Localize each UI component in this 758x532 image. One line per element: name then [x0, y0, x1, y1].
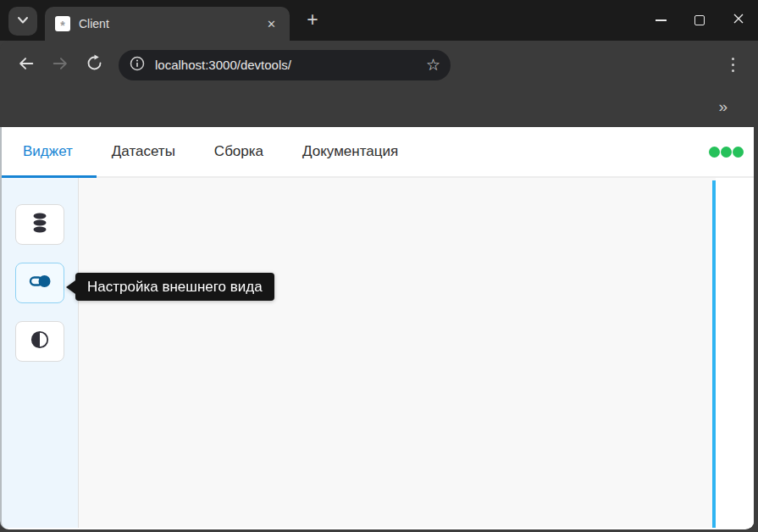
minimize-button[interactable]: [641, 0, 680, 41]
app-content: [2, 178, 754, 528]
appearance-tool-button[interactable]: [15, 263, 64, 303]
menu-dot-icon: [732, 58, 735, 61]
tab-search-button[interactable]: [8, 7, 37, 36]
right-panel-strip: [716, 178, 754, 528]
status-dot: [733, 147, 744, 158]
maximize-icon: [694, 15, 705, 25]
status-indicator: [709, 147, 744, 158]
tool-sidebar: [2, 178, 79, 528]
reload-icon: [86, 54, 103, 75]
maximize-button[interactable]: [680, 0, 719, 41]
window-controls: [641, 0, 758, 41]
info-icon[interactable]: [129, 55, 146, 75]
address-bar[interactable]: localhost:3000/devtools/ ☆: [119, 50, 451, 80]
contrast-icon: [30, 330, 50, 353]
app-nav-tabs: Виджет Датасеты Сборка Документация: [2, 127, 754, 178]
browser-menu-button[interactable]: [727, 53, 740, 78]
tab-build[interactable]: Сборка: [195, 127, 283, 176]
database-icon: [30, 212, 50, 237]
browser-tab-client[interactable]: * Client ✕: [45, 7, 290, 41]
contrast-tool-button[interactable]: [15, 321, 64, 362]
desktop-background: { "browser": { "tab_title": "Client", "f…: [0, 0, 758, 532]
browser-toolbar: localhost:3000/devtools/ ☆: [0, 41, 758, 89]
browser-tab-strip: * Client ✕ +: [0, 0, 758, 41]
forward-button[interactable]: [46, 51, 75, 80]
web-app-page: Виджет Датасеты Сборка Документация: [0, 127, 754, 529]
back-button[interactable]: [12, 51, 41, 80]
menu-dot-icon: [732, 64, 735, 67]
tab-documentation[interactable]: Документация: [283, 127, 418, 176]
bookmark-star-icon[interactable]: ☆: [426, 57, 440, 73]
tooltip: Настройка внешнего вида: [66, 273, 274, 301]
arrow-right-icon: [51, 54, 69, 76]
browser-tab-title: Client: [79, 17, 263, 30]
favicon-asterisk-icon: *: [55, 16, 70, 31]
new-tab-button[interactable]: +: [301, 8, 324, 31]
minimize-icon: [656, 19, 667, 21]
reload-button[interactable]: [80, 51, 108, 80]
close-icon: [733, 13, 744, 28]
datasets-tool-button[interactable]: [15, 204, 64, 245]
toggle-icon: [29, 274, 52, 292]
overflow-chevron-icon[interactable]: »: [718, 97, 728, 116]
tab-datasets[interactable]: Датасеты: [92, 127, 195, 176]
arrow-left-icon: [17, 54, 36, 76]
tooltip-arrow: [66, 280, 75, 294]
tooltip-text: Настройка внешнего вида: [75, 273, 274, 301]
status-dot: [721, 147, 732, 158]
close-button[interactable]: [719, 0, 758, 41]
tab-widget[interactable]: Виджет: [2, 127, 92, 176]
bookmarks-bar: »: [0, 89, 758, 127]
widget-canvas: [79, 178, 754, 528]
chevron-down-icon: [17, 14, 29, 29]
menu-dot-icon: [732, 69, 735, 73]
url-text[interactable]: localhost:3000/devtools/: [155, 58, 426, 72]
tab-close-icon[interactable]: ✕: [263, 16, 279, 32]
status-dot: [709, 147, 720, 158]
